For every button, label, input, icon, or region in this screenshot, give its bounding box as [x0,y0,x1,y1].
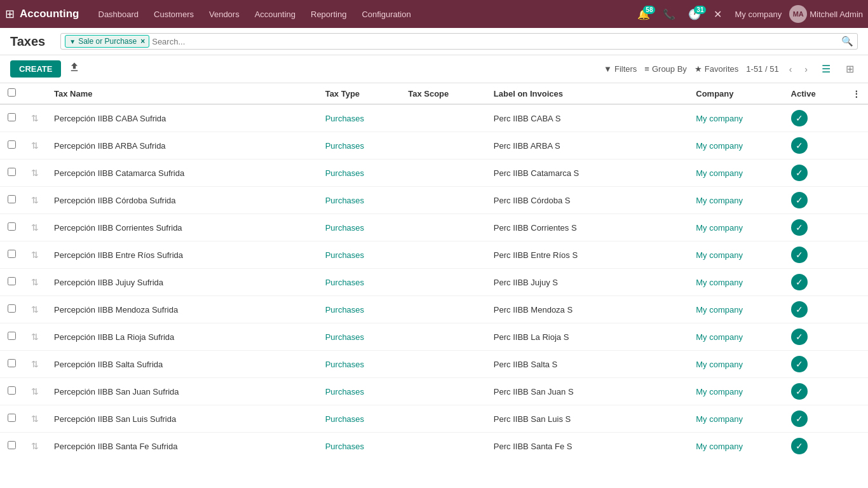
row-checkbox-cell[interactable] [0,104,24,132]
row-checkbox-cell[interactable] [0,241,24,269]
avatar[interactable]: MA [789,5,807,23]
row-company[interactable]: My company [688,241,783,269]
row-drag-handle[interactable]: ⇅ [24,405,46,433]
active-toggle[interactable]: ✓ [791,383,808,400]
row-company[interactable]: My company [688,405,783,433]
row-checkbox[interactable] [8,195,16,203]
row-company[interactable]: My company [688,351,783,378]
nav-customers[interactable]: Customers [147,7,200,22]
col-actions-menu[interactable]: ⋮ [844,83,868,104]
row-drag-handle[interactable]: ⇅ [24,104,46,132]
row-company[interactable]: My company [688,104,783,132]
select-all-checkbox[interactable] [8,88,16,97]
row-company[interactable]: My company [688,187,783,214]
row-active[interactable]: ✓ [783,405,844,433]
row-active[interactable]: ✓ [783,159,844,187]
active-toggle[interactable]: ✓ [791,110,808,126]
active-toggle[interactable]: ✓ [791,192,808,208]
row-tax-name[interactable]: Percepción IIBB Córdoba Sufrida [46,187,318,214]
row-active[interactable]: ✓ [783,241,844,269]
row-drag-handle[interactable]: ⇅ [24,269,46,296]
active-toggle[interactable]: ✓ [791,274,808,290]
filter-tag-sale-or-purchase[interactable]: ▼ Sale or Purchase × [65,35,149,48]
col-active[interactable]: Active [783,83,844,104]
row-company[interactable]: My company [688,159,783,187]
active-toggle[interactable]: ✓ [791,301,808,318]
row-checkbox-cell[interactable] [0,269,24,296]
col-label-invoices[interactable]: Label on Invoices [486,83,688,104]
row-checkbox[interactable] [8,332,16,340]
user-name[interactable]: Mitchell Admin [810,10,863,19]
groupby-button[interactable]: ≡ Group By [644,64,687,74]
view-kanban-button[interactable]: ⊞ [842,62,858,76]
row-drag-handle[interactable]: ⇅ [24,378,46,405]
pager-next[interactable]: › [802,63,810,76]
row-drag-handle[interactable]: ⇅ [24,351,46,378]
row-active[interactable]: ✓ [783,269,844,296]
row-active[interactable]: ✓ [783,214,844,241]
row-company[interactable]: My company [688,214,783,241]
row-checkbox-cell[interactable] [0,378,24,405]
row-drag-handle[interactable]: ⇅ [24,159,46,187]
filter-tag-close[interactable]: × [140,37,145,46]
row-active[interactable]: ✓ [783,132,844,159]
col-company[interactable]: Company [688,83,783,104]
row-tax-name[interactable]: Percepción IIBB Jujuy Sufrida [46,269,318,296]
row-company[interactable]: My company [688,296,783,323]
col-tax-scope[interactable]: Tax Scope [400,83,486,104]
search-icon[interactable]: 🔍 [841,36,853,47]
row-active[interactable]: ✓ [783,104,844,132]
row-checkbox[interactable] [8,441,16,449]
row-checkbox-cell[interactable] [0,296,24,323]
row-checkbox[interactable] [8,304,16,313]
row-drag-handle[interactable]: ⇅ [24,241,46,269]
nav-reporting[interactable]: Reporting [304,7,353,22]
phone-icon[interactable]: 📞 [658,6,681,23]
nav-dashboard[interactable]: Dashboard [92,7,146,22]
tools-icon[interactable]: ✕ [709,6,727,23]
row-checkbox-cell[interactable] [0,351,24,378]
row-tax-name[interactable]: Percepción IIBB Entre Ríos Sufrida [46,241,318,269]
app-grid-icon[interactable]: ⊞ [5,7,15,21]
row-tax-name[interactable]: Percepción IIBB ARBA Sufrida [46,132,318,159]
nav-accounting[interactable]: Accounting [248,7,302,22]
row-checkbox[interactable] [8,277,16,285]
row-drag-handle[interactable]: ⇅ [24,132,46,159]
row-checkbox[interactable] [8,140,16,149]
nav-vendors[interactable]: Vendors [203,7,246,22]
row-checkbox-cell[interactable] [0,159,24,187]
row-company[interactable]: My company [688,269,783,296]
row-checkbox-cell[interactable] [0,214,24,241]
row-company[interactable]: My company [688,132,783,159]
row-checkbox[interactable] [8,168,16,176]
row-drag-handle[interactable]: ⇅ [24,433,46,456]
row-checkbox[interactable] [8,250,16,258]
row-company[interactable]: My company [688,323,783,351]
row-tax-name[interactable]: Percepción IIBB La Rioja Sufrida [46,323,318,351]
row-drag-handle[interactable]: ⇅ [24,187,46,214]
search-input[interactable] [149,36,841,48]
row-drag-handle[interactable]: ⇅ [24,296,46,323]
row-active[interactable]: ✓ [783,296,844,323]
row-checkbox[interactable] [8,414,16,422]
row-checkbox[interactable] [8,222,16,231]
row-active[interactable]: ✓ [783,187,844,214]
active-toggle[interactable]: ✓ [791,438,808,454]
row-tax-name[interactable]: Percepción IIBB Corrientes Sufrida [46,214,318,241]
active-toggle[interactable]: ✓ [791,137,808,154]
active-toggle[interactable]: ✓ [791,219,808,236]
row-tax-name[interactable]: Percepción IIBB San Juan Sufrida [46,378,318,405]
nav-configuration[interactable]: Configuration [355,7,417,22]
row-checkbox-cell[interactable] [0,132,24,159]
import-button[interactable] [66,59,83,79]
active-toggle[interactable]: ✓ [791,410,808,427]
col-tax-type[interactable]: Tax Type [318,83,401,104]
filters-button[interactable]: ▼ Filters [604,64,637,74]
row-checkbox-cell[interactable] [0,433,24,456]
row-checkbox-cell[interactable] [0,187,24,214]
row-checkbox[interactable] [8,359,16,367]
active-toggle[interactable]: ✓ [791,247,808,263]
row-checkbox[interactable] [8,386,16,395]
create-button[interactable]: CREATE [10,60,61,78]
row-active[interactable]: ✓ [783,351,844,378]
